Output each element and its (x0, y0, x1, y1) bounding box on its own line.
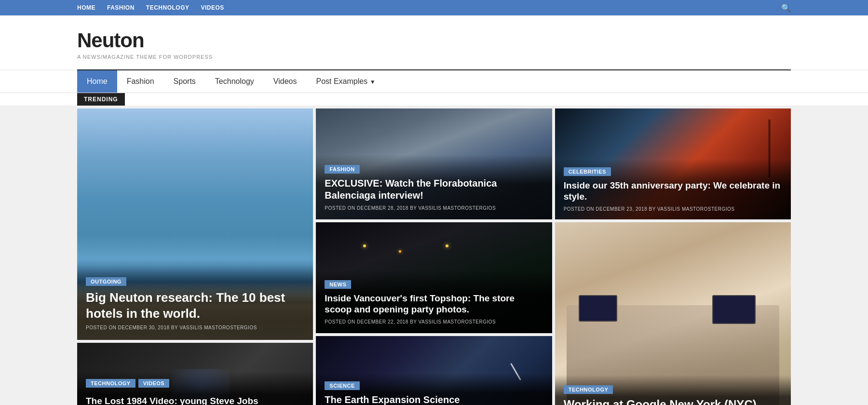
article-3-title: Inside our 35th anniversary party: We ce… (564, 180, 782, 203)
grid-col-1: OUTGOING Big Neuton research: The 10 bes… (77, 108, 313, 405)
site-header: Neuton A NEWS/MAGAZINE THEME FOR WORDPRE… (0, 15, 868, 69)
article-6-category: TECHNOLOGY (86, 379, 136, 388)
top-bar: HOME FASHION TECHNOLOGY VIDEOS 🔍 (0, 0, 868, 15)
article-1-category: OUTGOING (86, 277, 126, 286)
article-5-category: TECHNOLOGY (564, 385, 613, 394)
nav-technology[interactable]: Technology (205, 70, 264, 93)
main-nav: Home Fashion Sports Technology Videos Po… (0, 70, 868, 93)
article-card-5[interactable]: TECHNOLOGY Working at Google New York (N… (555, 222, 791, 405)
topnav-technology[interactable]: TECHNOLOGY (146, 4, 190, 11)
article-3-category: CELEBRITIES (564, 167, 611, 176)
content-area: OUTGOING Big Neuton research: The 10 bes… (0, 107, 868, 405)
article-4-meta: POSTED ON DECEMBER 22, 2018 BY VASSILIS … (325, 319, 543, 324)
article-1-title: Big Neuton research: The 10 best hotels … (86, 290, 304, 321)
articles-grid: OUTGOING Big Neuton research: The 10 bes… (77, 107, 791, 405)
site-title: Neuton (77, 29, 791, 52)
article-1-meta: POSTED ON DECEMBER 30, 2018 BY VASSILIS … (86, 325, 304, 330)
topnav-home[interactable]: HOME (77, 4, 95, 11)
article-2-meta: POSTED ON DECEMBER 28, 2018 BY VASSILIS … (325, 205, 543, 211)
article-7-title: The Earth Expansion Science (325, 394, 543, 405)
article-card-4[interactable]: NEWS Inside Vancouver's first Topshop: T… (316, 222, 552, 333)
article-4-category: NEWS (325, 280, 351, 289)
article-card-6[interactable]: TECHNOLOGY VIDEOS The Lost 1984 Video: y… (77, 343, 313, 405)
trending-label: TRENDING (77, 93, 125, 106)
article-2-title: EXCLUSIVE: Watch the Florabotanica Balen… (325, 177, 543, 202)
article-card-7[interactable]: SCIENCE The Earth Expansion Science POST… (316, 336, 552, 405)
article-6-category2: VIDEOS (138, 379, 170, 388)
article-2-category: FASHION (325, 165, 359, 174)
article-5-title: Working at Google New York (NYC) (564, 398, 782, 405)
grid-col-3: CELEBRITIES Inside our 35th anniversary … (555, 108, 791, 405)
article-card-1[interactable]: OUTGOING Big Neuton research: The 10 bes… (77, 108, 313, 340)
top-nav: HOME FASHION TECHNOLOGY VIDEOS (77, 4, 224, 11)
nav-videos[interactable]: Videos (264, 70, 307, 93)
search-icon[interactable]: 🔍 (781, 3, 791, 13)
topnav-fashion[interactable]: FASHION (107, 4, 135, 11)
site-subtitle: A NEWS/MAGAZINE THEME FOR WORDPRESS (77, 54, 791, 60)
article-6-title: The Lost 1984 Video: young Steve Jobs in… (86, 395, 304, 405)
trending-bar: TRENDING (0, 93, 868, 107)
article-card-3[interactable]: CELEBRITIES Inside our 35th anniversary … (555, 108, 791, 219)
nav-post-examples[interactable]: Post Examples ▼ (306, 70, 385, 93)
nav-sports[interactable]: Sports (164, 70, 205, 93)
article-7-category: SCIENCE (325, 381, 359, 390)
topnav-videos[interactable]: VIDEOS (201, 4, 224, 11)
article-card-2[interactable]: FASHION EXCLUSIVE: Watch the Florabotani… (316, 108, 552, 219)
article-4-title: Inside Vancouver's first Topshop: The st… (325, 293, 543, 316)
chevron-down-icon: ▼ (370, 79, 376, 85)
nav-fashion[interactable]: Fashion (117, 70, 164, 93)
grid-col-2: FASHION EXCLUSIVE: Watch the Florabotani… (316, 108, 552, 405)
nav-home[interactable]: Home (77, 70, 117, 93)
article-3-meta: POSTED ON DECEMBER 23, 2018 BY VASSILIS … (564, 206, 782, 212)
